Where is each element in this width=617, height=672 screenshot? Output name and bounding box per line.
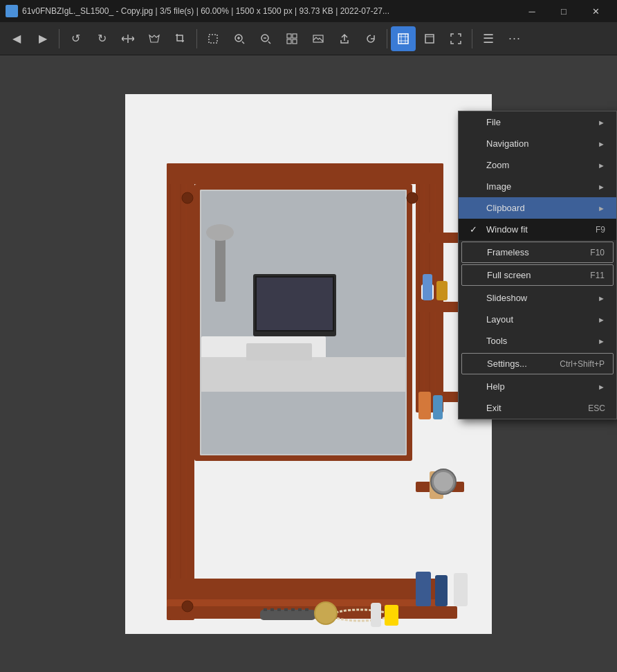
svg-rect-62 — [270, 608, 274, 611]
image-label: Image — [486, 181, 592, 192]
image-thumb-button[interactable] — [306, 26, 331, 51]
fullscreen-toolbar-button[interactable] — [443, 26, 468, 51]
window-fit-label: Window fit — [486, 224, 590, 235]
svg-rect-70 — [371, 603, 381, 627]
slideshow-label: Slideshow — [486, 293, 592, 303]
zoom-out-button[interactable] — [253, 26, 278, 51]
frameless-toolbar-button[interactable] — [417, 26, 442, 51]
menu-item-file[interactable]: File ► — [459, 111, 616, 133]
redo-button[interactable]: ↻ — [89, 26, 114, 51]
zoom-arrow: ► — [598, 161, 605, 170]
frameless-label: Frameless — [487, 247, 584, 257]
hamburger-menu-button[interactable]: ☰ — [476, 26, 501, 51]
svg-rect-3 — [287, 34, 291, 38]
file-label: File — [486, 117, 592, 127]
svg-rect-40 — [416, 233, 464, 243]
menu-item-settings[interactable]: Settings... Ctrl+Shift+P — [462, 354, 613, 374]
more-options-button[interactable]: ··· — [502, 26, 527, 51]
toolbar-separator-2 — [196, 29, 197, 48]
svg-point-44 — [182, 192, 193, 203]
next-button[interactable]: ▶ — [30, 26, 55, 51]
image-arrow: ► — [598, 183, 605, 191]
menu-item-navigation[interactable]: Navigation ► — [459, 133, 616, 154]
close-button[interactable]: ✕ — [580, 0, 611, 22]
settings-shortcut: Ctrl+Shift+P — [560, 359, 605, 369]
svg-rect-64 — [284, 608, 288, 611]
svg-rect-53 — [423, 274, 432, 300]
zoom-in-button[interactable] — [227, 26, 252, 51]
rotate-cw-button[interactable] — [358, 26, 383, 51]
crop-button[interactable] — [168, 26, 193, 51]
svg-rect-23 — [167, 579, 443, 599]
navigation-label: Navigation — [486, 138, 592, 149]
toolbar-separator-4 — [472, 29, 472, 48]
menu-item-slideshow[interactable]: Slideshow ► — [459, 287, 616, 309]
layout-label: Layout — [486, 314, 592, 325]
svg-rect-63 — [277, 608, 281, 611]
thumbnail-button[interactable] — [279, 26, 304, 51]
menu-item-frameless[interactable]: Frameless F10 — [462, 242, 613, 262]
flip-h-button[interactable] — [116, 26, 140, 51]
file-arrow: ► — [598, 118, 605, 127]
app-icon — [6, 5, 18, 17]
menu-item-zoom[interactable]: Zoom ► — [459, 154, 616, 176]
navigation-arrow: ► — [598, 140, 605, 148]
undo-button[interactable]: ↺ — [63, 26, 88, 51]
svg-rect-41 — [416, 302, 464, 312]
menu-item-layout[interactable]: Layout ► — [459, 309, 616, 330]
menu-item-full-screen[interactable]: Full screen F11 — [462, 265, 613, 285]
prev-button[interactable]: ◀ — [4, 26, 29, 51]
svg-rect-0 — [209, 35, 217, 43]
svg-rect-73 — [433, 395, 443, 419]
toolbar-separator-3 — [387, 29, 387, 48]
svg-rect-58 — [435, 575, 448, 606]
svg-rect-8 — [398, 34, 408, 44]
svg-rect-6 — [293, 39, 297, 44]
menu-item-exit[interactable]: Exit ESC — [459, 397, 616, 419]
menu-item-help[interactable]: Help ► — [459, 376, 616, 397]
svg-rect-5 — [287, 39, 291, 44]
svg-point-56 — [434, 472, 453, 491]
exit-label: Exit — [486, 403, 582, 413]
svg-rect-35 — [246, 343, 312, 361]
zoom-label: Zoom — [486, 160, 592, 170]
menu-item-window-fit[interactable]: ✓ Window fit F9 — [459, 219, 616, 240]
svg-rect-66 — [298, 608, 302, 611]
svg-rect-9 — [425, 35, 434, 43]
full-screen-shortcut: F11 — [590, 271, 605, 280]
layout-arrow: ► — [598, 316, 605, 324]
help-label: Help — [486, 381, 592, 392]
svg-rect-65 — [291, 608, 295, 611]
svg-point-45 — [182, 601, 193, 612]
rect-select-button[interactable] — [201, 26, 225, 51]
dropdown-menu: File ► Navigation ► Zoom ► Image ► Clipb… — [458, 111, 617, 419]
svg-point-37 — [206, 224, 234, 241]
main-content: File ► Navigation ► Zoom ► Image ► Clipb… — [0, 55, 617, 672]
window-controls: ─ □ ✕ — [516, 0, 611, 22]
menu-item-tools[interactable]: Tools ► — [459, 330, 616, 352]
svg-rect-72 — [418, 392, 431, 419]
lasso-button[interactable] — [142, 26, 167, 51]
svg-rect-22 — [167, 163, 443, 184]
toolbar: ◀ ▶ ↺ ↻ ☰ ··· — [0, 22, 617, 55]
svg-rect-30 — [257, 278, 333, 330]
minimize-button[interactable]: ─ — [516, 0, 548, 22]
svg-point-46 — [407, 192, 418, 203]
menu-item-image[interactable]: Image ► — [459, 176, 616, 197]
help-arrow: ► — [598, 383, 605, 391]
svg-rect-36 — [215, 233, 225, 302]
svg-rect-60 — [260, 610, 315, 620]
titlebar: 61v0FNBZIgL._SL1500_ - Copy.jpg | 3/5 fi… — [0, 0, 617, 22]
svg-rect-71 — [385, 605, 398, 626]
clipboard-label: Clipboard — [486, 203, 592, 213]
tools-arrow: ► — [598, 337, 605, 345]
share-button[interactable] — [332, 26, 357, 51]
maximize-button[interactable]: □ — [548, 0, 580, 22]
tools-label: Tools — [486, 336, 592, 346]
window-fit-toolbar-button[interactable] — [391, 26, 416, 51]
settings-label: Settings... — [487, 358, 554, 369]
svg-rect-59 — [454, 573, 468, 606]
titlebar-title: 61v0FNBZIgL._SL1500_ - Copy.jpg | 3/5 fi… — [22, 6, 512, 16]
menu-item-clipboard[interactable]: Clipboard ► — [459, 197, 616, 219]
clipboard-arrow: ► — [598, 204, 605, 212]
